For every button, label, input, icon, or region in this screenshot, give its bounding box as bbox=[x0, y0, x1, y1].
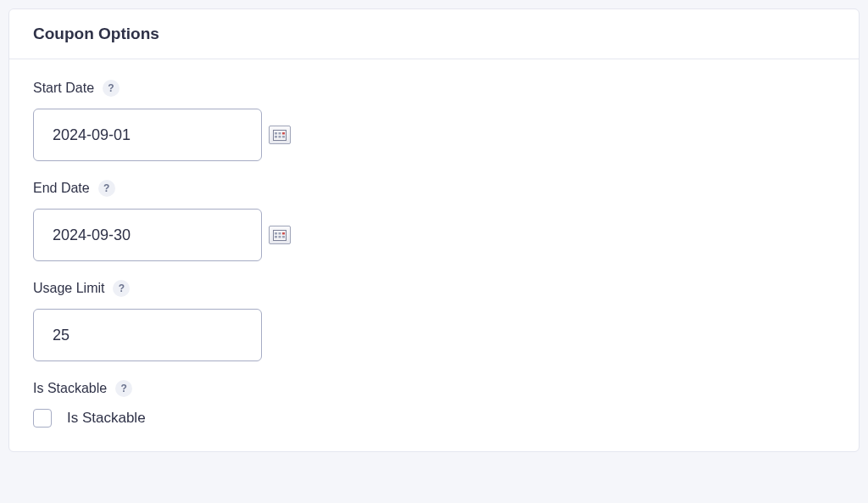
label-row: Start Date ? bbox=[33, 80, 835, 97]
panel-body: Start Date ? bbox=[9, 59, 859, 451]
calendar-svg-icon bbox=[273, 129, 287, 141]
svg-rect-1 bbox=[275, 132, 277, 135]
is-stackable-checkbox-label[interactable]: Is Stackable bbox=[67, 410, 146, 427]
help-icon[interactable]: ? bbox=[113, 280, 130, 297]
svg-rect-3 bbox=[282, 132, 285, 135]
form-group-usage-limit: Usage Limit ? bbox=[33, 280, 835, 361]
svg-rect-2 bbox=[279, 132, 281, 135]
calendar-svg-icon bbox=[273, 229, 287, 241]
form-group-is-stackable: Is Stackable ? Is Stackable bbox=[33, 380, 835, 428]
usage-limit-label: Usage Limit bbox=[33, 281, 104, 296]
usage-limit-input[interactable] bbox=[33, 309, 262, 361]
input-row bbox=[33, 109, 835, 161]
label-row: End Date ? bbox=[33, 180, 835, 197]
svg-rect-8 bbox=[275, 232, 277, 235]
end-date-label: End Date bbox=[33, 181, 90, 196]
label-row: Is Stackable ? bbox=[33, 380, 835, 397]
help-icon[interactable]: ? bbox=[115, 380, 132, 397]
coupon-options-panel: Coupon Options Start Date ? bbox=[8, 8, 860, 452]
help-icon[interactable]: ? bbox=[98, 180, 115, 197]
svg-rect-10 bbox=[282, 232, 285, 235]
svg-rect-4 bbox=[275, 136, 277, 138]
svg-rect-12 bbox=[279, 236, 281, 238]
calendar-icon[interactable] bbox=[269, 226, 291, 244]
svg-rect-0 bbox=[274, 131, 287, 141]
calendar-icon[interactable] bbox=[269, 126, 291, 144]
checkbox-row: Is Stackable bbox=[33, 409, 835, 428]
start-date-label: Start Date bbox=[33, 81, 94, 96]
is-stackable-checkbox[interactable] bbox=[33, 409, 52, 428]
svg-rect-5 bbox=[279, 136, 281, 138]
input-row bbox=[33, 309, 835, 361]
input-row bbox=[33, 209, 835, 261]
form-group-start-date: Start Date ? bbox=[33, 80, 835, 161]
form-group-end-date: End Date ? bbox=[33, 180, 835, 261]
end-date-input[interactable] bbox=[33, 209, 262, 261]
svg-rect-11 bbox=[275, 236, 277, 238]
svg-rect-6 bbox=[282, 136, 285, 138]
svg-rect-13 bbox=[282, 236, 285, 238]
is-stackable-label: Is Stackable bbox=[33, 381, 107, 396]
label-row: Usage Limit ? bbox=[33, 280, 835, 297]
start-date-input[interactable] bbox=[33, 109, 262, 161]
svg-rect-7 bbox=[274, 231, 287, 241]
panel-header: Coupon Options bbox=[9, 9, 859, 59]
help-icon[interactable]: ? bbox=[103, 80, 120, 97]
panel-title: Coupon Options bbox=[33, 25, 835, 43]
svg-rect-9 bbox=[279, 232, 281, 235]
